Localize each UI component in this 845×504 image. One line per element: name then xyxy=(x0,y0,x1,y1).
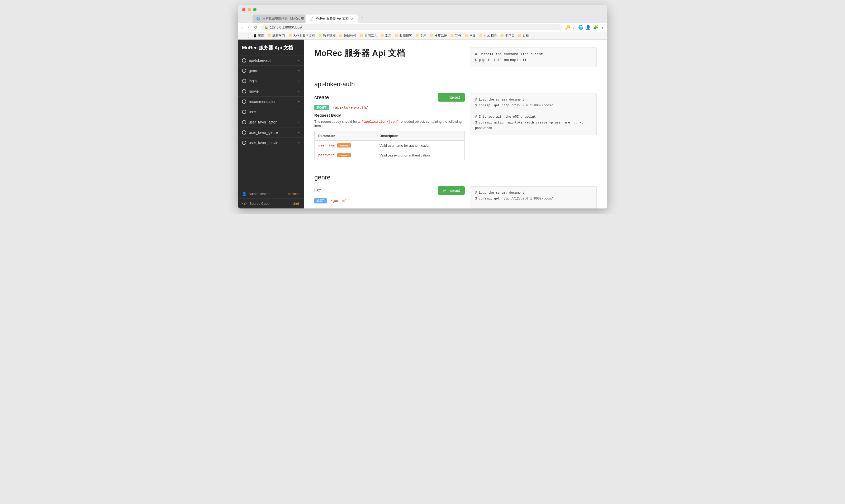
url-text: 127.0.0.1:8000/docs/ xyxy=(270,25,302,29)
bookmark-coding[interactable]: 📁 编程学习 xyxy=(267,34,285,38)
window-controls xyxy=(242,8,603,11)
endpoint-create-left: create ⇌ Interact POST /api-token-auth/ xyxy=(314,93,465,160)
endpoint-list-left: list ⇌ Interact GET /genre/ xyxy=(314,186,465,206)
bookmark-apps[interactable]: 📱 应用 xyxy=(253,34,264,38)
sidebar-item-user-favor-genre[interactable]: user_favor_genre ▾ xyxy=(238,127,304,138)
tab-2-label: MoRec 服务器 Api 文档 xyxy=(316,16,348,21)
request-body-title: Request Body xyxy=(314,113,465,118)
table-row-password: password required Valid password for aut… xyxy=(314,150,465,160)
nav-icon-genre xyxy=(242,69,246,73)
nav-icon-user-favor-movie xyxy=(242,141,246,145)
maximize-button[interactable] xyxy=(253,8,256,11)
sidebar-item-movie[interactable]: movie ▾ xyxy=(238,86,304,96)
translate-icon[interactable]: 🌐 xyxy=(578,25,583,30)
sidebar-item-login[interactable]: login ▾ xyxy=(238,76,304,86)
new-tab-button[interactable]: + xyxy=(358,14,366,23)
forward-button[interactable]: › xyxy=(247,24,250,30)
interact-label-list: Interact xyxy=(448,188,460,193)
table-row-username: username required Valid username for aut… xyxy=(314,141,465,150)
sidebar-item-user-favor-actor[interactable]: user_favor_actor ▾ xyxy=(238,117,304,127)
source-code-label: Source Code xyxy=(249,202,269,205)
session-link[interactable]: session xyxy=(288,192,300,196)
nav-icon-api-token-auth xyxy=(242,58,246,62)
params-table-create: Parameter Description username required xyxy=(314,131,465,160)
endpoint-create: create ⇌ Interact POST /api-token-auth/ xyxy=(314,93,597,160)
bookmark-common[interactable]: 📁 常用 xyxy=(380,34,391,38)
request-body-desc: The request body should be a "applicatio… xyxy=(314,120,465,128)
back-button[interactable]: ‹ xyxy=(240,24,244,30)
bookmark-crack[interactable]: 📁 破解软件 xyxy=(339,34,356,38)
key-icon[interactable]: 🔑 xyxy=(565,25,570,30)
interact-button-create[interactable]: ⇌ Interact xyxy=(438,93,465,102)
sidebar: MoRec 服务器 Api 文档 api-token-auth ▾ genre … xyxy=(238,40,304,209)
chevron-icon-user-favor-genre: ▾ xyxy=(298,131,300,134)
endpoint-list: list ⇌ Interact GET /genre/ xyxy=(314,186,597,209)
section-genre: genre list ⇌ Interact xyxy=(314,168,597,209)
bookmark-math[interactable]: 📁 数学建模 xyxy=(318,34,336,38)
toolbar-icons: 🔑 ☆ 🌐 👤 🧩 ⋮ xyxy=(565,25,605,30)
minimize-button[interactable] xyxy=(248,8,251,11)
bookmark-film[interactable]: 📁 影视 xyxy=(518,34,529,38)
section-title-api-token-auth: api-token-auth xyxy=(314,75,597,88)
bookmark-grad[interactable]: 📁 毕设 xyxy=(465,34,476,38)
tabs-row: 🌐 用户收藏电影列表 | MoRec 电… ✕ 📄 MoRec 服务器 Api … xyxy=(253,14,603,23)
nav-icon-movie xyxy=(242,89,246,93)
chevron-icon-recommendation: ▾ xyxy=(298,100,300,103)
endpoint-list-right: # Load the schema document $ coreapi get… xyxy=(470,186,597,209)
param-desc-password: Valid password for authentication xyxy=(376,150,465,160)
bookmark-docs[interactable]: 📁 文档 xyxy=(415,34,427,38)
extensions-icon[interactable]: 🧩 xyxy=(593,25,598,30)
bookmark-write[interactable]: 📁 写作 xyxy=(450,34,461,38)
sidebar-title: MoRec 服务器 Api 文档 xyxy=(238,40,304,55)
tab-2[interactable]: 📄 MoRec 服务器 Api 文档 ✕ xyxy=(306,15,358,23)
sidebar-item-label-movie: movie xyxy=(249,89,258,93)
apps-icon[interactable]: ⋮⋮⋮ xyxy=(240,34,250,38)
app-layout: MoRec 服务器 Api 文档 api-token-auth ▾ genre … xyxy=(238,40,607,209)
star-icon[interactable]: ☆ xyxy=(572,25,576,30)
menu-icon[interactable]: ⋮ xyxy=(600,25,605,30)
tab-2-close[interactable]: ✕ xyxy=(351,17,354,21)
interact-icon-list: ⇌ xyxy=(443,188,446,193)
bookmark-mac[interactable]: 📁 mac 相关 xyxy=(479,34,497,38)
bookmark-blog[interactable]: 📁 收藏博客 xyxy=(395,34,412,38)
sidebar-item-api-token-auth[interactable]: api-token-auth ▾ xyxy=(238,55,304,66)
col-header-description: Description xyxy=(376,131,465,141)
interact-icon-create: ⇌ xyxy=(443,95,446,100)
sidebar-footer-source-code[interactable]: </> Source Code shell xyxy=(238,199,304,209)
endpoint-list-row: list ⇌ Interact GET /genre/ xyxy=(314,186,597,209)
method-badge-post: POST xyxy=(314,105,329,110)
shell-link[interactable]: shell xyxy=(292,202,300,205)
code-block-create: # Load the schema document $ coreapi get… xyxy=(470,93,597,136)
nav-icon-user xyxy=(242,110,246,114)
sidebar-item-label-api-token-auth: api-token-auth xyxy=(249,58,273,62)
endpoint-list-title: list xyxy=(314,187,321,194)
nav-icon-login xyxy=(242,79,246,83)
sidebar-item-user-favor-movie[interactable]: user_favor_movie ▾ xyxy=(238,138,304,148)
close-button[interactable] xyxy=(242,8,246,11)
bookmark-ref[interactable]: 📁 大作业参考文档 xyxy=(288,34,315,38)
url-bar[interactable]: 🔒 127.0.0.1:8000/docs/ xyxy=(261,24,562,30)
sidebar-item-user[interactable]: user ▾ xyxy=(238,107,304,117)
sidebar-item-label-user-favor-genre: user_favor_genre xyxy=(249,130,278,134)
reload-button[interactable]: ↻ xyxy=(253,24,258,30)
sidebar-footer: 👤 Authentication session </> Source Code… xyxy=(238,189,304,209)
sidebar-nav: api-token-auth ▾ genre ▾ login xyxy=(238,55,304,189)
param-name-password: password xyxy=(318,153,335,157)
sidebar-item-genre[interactable]: genre ▾ xyxy=(238,66,304,76)
code-icon: </> xyxy=(242,201,247,205)
nav-icon-recommendation xyxy=(242,100,246,104)
profile-icon[interactable]: 👤 xyxy=(586,25,591,30)
method-badge-get: GET xyxy=(314,198,327,203)
chevron-icon-user-favor-movie: ▾ xyxy=(298,141,300,144)
bookmark-tools[interactable]: 📁 实用工具 xyxy=(360,34,377,38)
sidebar-item-label-login: login xyxy=(249,79,257,83)
col-header-parameter: Parameter xyxy=(314,131,376,141)
bookmark-rec[interactable]: 📁 推荐系统 xyxy=(430,34,447,38)
tab-1[interactable]: 🌐 用户收藏电影列表 | MoRec 电… ✕ xyxy=(253,15,305,23)
sidebar-item-recommendation[interactable]: recommendation ▾ xyxy=(238,96,304,107)
bookmark-study[interactable]: 📁 学习类 xyxy=(500,34,514,38)
interact-label-create: Interact xyxy=(448,95,460,100)
sidebar-footer-authentication[interactable]: 👤 Authentication session xyxy=(238,189,304,199)
content-type-inline: "application/json" xyxy=(361,120,400,124)
interact-button-list[interactable]: ⇌ Interact xyxy=(438,186,465,195)
